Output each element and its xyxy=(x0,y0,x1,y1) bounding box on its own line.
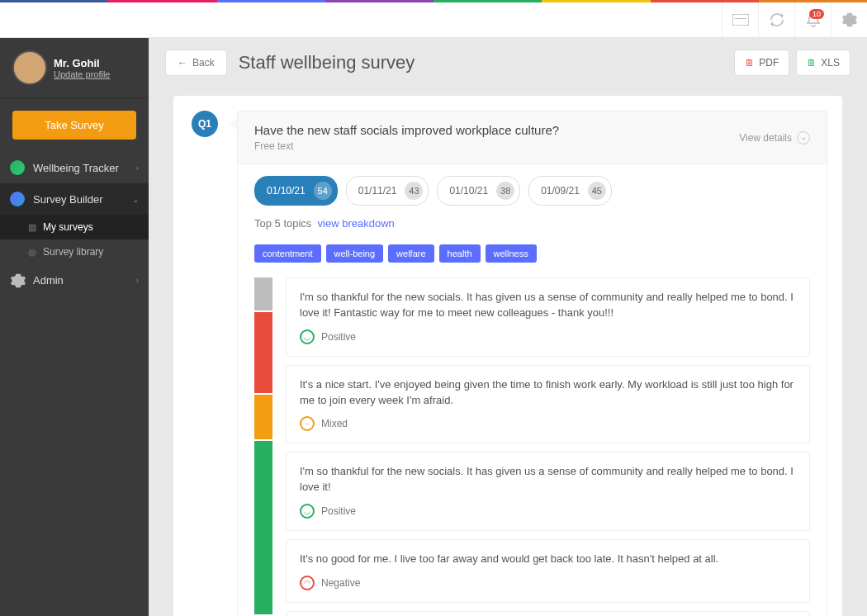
strip-segment xyxy=(254,395,272,439)
nav-wellbeing[interactable]: Wellbeing Tracker › xyxy=(0,152,149,183)
nav-survey-library[interactable]: ◎ Survey library xyxy=(0,239,149,264)
pill-date: 01/10/21 xyxy=(267,185,306,197)
avatar[interactable] xyxy=(12,50,47,85)
topic-tag[interactable]: well-being xyxy=(326,244,384,263)
response-item: I'm so thankful for the new socials. It … xyxy=(286,452,810,531)
sidebar: Pulse Mr. Gohil Update profile Take Surv… xyxy=(0,2,149,616)
arrow-left-icon: ← xyxy=(178,57,187,69)
topics-row: Top 5 topics view breakdown xyxy=(238,217,827,238)
profile-block: Mr. Gohil Update profile xyxy=(0,38,149,98)
question-badge: Q1 xyxy=(192,111,218,137)
nav-label: Admin xyxy=(33,274,64,287)
face-icon: ◡ xyxy=(300,504,315,519)
strip-segment xyxy=(254,277,272,310)
date-pills: 01/10/215401/11/214301/10/213801/09/2145 xyxy=(238,164,827,217)
date-pill[interactable]: 01/10/2154 xyxy=(254,176,338,206)
topic-tag[interactable]: wellness xyxy=(486,244,537,263)
sentiment-strip xyxy=(254,277,272,616)
question-card: Q1 Have the new staff socials improved w… xyxy=(173,96,842,616)
responses-area: I'm so thankful for the new socials. It … xyxy=(238,274,827,616)
bell-badge: 10 xyxy=(809,9,824,19)
response-item: It was good to meet the wider team yes! … xyxy=(286,611,810,616)
svg-rect-2 xyxy=(732,14,749,26)
wallet-icon[interactable] xyxy=(722,2,758,37)
chevron-down-icon: ⌄ xyxy=(132,195,139,204)
take-survey-button[interactable]: Take Survey xyxy=(12,111,136,140)
response-item: I'm so thankful for the new socials. It … xyxy=(286,277,810,357)
sentiment-label: Positive xyxy=(321,505,356,517)
chevron-right-icon: › xyxy=(136,163,139,173)
question-type: Free text xyxy=(254,140,559,152)
response-text: I'm so thankful for the new socials. It … xyxy=(300,464,796,495)
xls-label: XLS xyxy=(821,57,840,69)
builder-icon xyxy=(10,192,25,206)
face-icon: ◡ xyxy=(300,329,315,344)
question-body: Have the new staff socials improved work… xyxy=(237,111,827,616)
nav-label: Wellbeing Tracker xyxy=(33,162,119,174)
main: ← Back Staff wellbeing survey 🗎PDF 🗎XLS … xyxy=(149,38,867,616)
wellbeing-icon xyxy=(10,160,25,175)
sentiment-label: Positive xyxy=(321,331,356,343)
date-pill[interactable]: 01/09/2145 xyxy=(528,176,612,206)
response-item: It's no good for me. I live too far away… xyxy=(286,539,810,603)
settings-icon[interactable] xyxy=(831,2,867,37)
view-details-link[interactable]: View details ⌄ xyxy=(739,131,810,145)
back-label: Back xyxy=(192,57,215,69)
topic-tag[interactable]: health xyxy=(439,244,481,263)
strip-segment xyxy=(254,312,272,393)
topics-label: Top 5 topics xyxy=(254,217,311,230)
header: 10 xyxy=(0,2,867,38)
doc-icon: ▥ xyxy=(28,222,36,233)
sentiment-row: ◠ Negative xyxy=(300,576,796,590)
xls-button[interactable]: 🗎XLS xyxy=(796,50,850,76)
strip-segment xyxy=(254,441,272,614)
pill-date: 01/10/21 xyxy=(449,185,488,197)
pill-date: 01/09/21 xyxy=(541,185,580,197)
xls-icon: 🗎 xyxy=(807,57,817,69)
sync-icon[interactable] xyxy=(758,2,794,37)
question-header: Have the new staff socials improved work… xyxy=(238,111,827,164)
pill-count: 54 xyxy=(314,182,332,200)
view-details-label: View details xyxy=(739,132,792,144)
response-text: It's a nice start. I've enjoyed being gi… xyxy=(300,377,796,409)
question-text: Have the new staff socials improved work… xyxy=(254,123,559,137)
nav-survey-builder[interactable]: Survey Builder ⌄ xyxy=(0,183,149,215)
nav-label: Survey library xyxy=(43,246,103,258)
bell-icon[interactable]: 10 xyxy=(794,2,831,37)
library-icon: ◎ xyxy=(28,247,36,258)
topic-tags: contentmentwell-beingwelfarehealthwellne… xyxy=(238,238,827,274)
sentiment-row: ◡ Positive xyxy=(300,329,796,344)
sentiment-label: Mixed xyxy=(321,418,348,429)
page-title: Staff wellbeing survey xyxy=(239,52,415,73)
pdf-button[interactable]: 🗎PDF xyxy=(734,50,789,76)
svg-rect-3 xyxy=(735,18,746,19)
face-icon: – xyxy=(300,416,315,431)
date-pill[interactable]: 01/10/2138 xyxy=(437,176,520,206)
chevron-down-icon: ⌄ xyxy=(797,131,810,145)
view-breakdown-link[interactable]: view breakdown xyxy=(318,217,395,230)
nav-admin[interactable]: Admin › xyxy=(0,264,149,296)
response-text: I'm so thankful for the new socials. It … xyxy=(300,290,796,321)
sentiment-row: ◡ Positive xyxy=(300,504,796,519)
face-icon: ◠ xyxy=(300,576,315,590)
topic-tag[interactable]: contentment xyxy=(254,244,321,263)
response-item: It's a nice start. I've enjoyed being gi… xyxy=(286,365,810,444)
topic-tag[interactable]: welfare xyxy=(388,244,434,263)
back-button[interactable]: ← Back xyxy=(165,50,227,76)
pill-count: 38 xyxy=(496,182,514,200)
nav-my-surveys[interactable]: ▥ My surveys xyxy=(0,215,149,239)
sentiment-row: – Mixed xyxy=(300,416,796,431)
update-profile-link[interactable]: Update profile xyxy=(54,69,111,79)
pill-count: 43 xyxy=(405,182,423,200)
pill-date: 01/11/21 xyxy=(358,185,397,197)
date-pill[interactable]: 01/11/2143 xyxy=(346,176,429,206)
response-list: I'm so thankful for the new socials. It … xyxy=(286,277,810,616)
nav-label: Survey Builder xyxy=(33,193,103,206)
question-row: Q1 Have the new staff socials improved w… xyxy=(173,96,842,616)
title-row: ← Back Staff wellbeing survey 🗎PDF 🗎XLS xyxy=(149,38,867,88)
profile-name: Mr. Gohil xyxy=(54,57,111,69)
sentiment-label: Negative xyxy=(321,577,360,589)
pdf-icon: 🗎 xyxy=(745,57,755,69)
gear-icon xyxy=(10,272,25,287)
pdf-label: PDF xyxy=(759,57,779,69)
